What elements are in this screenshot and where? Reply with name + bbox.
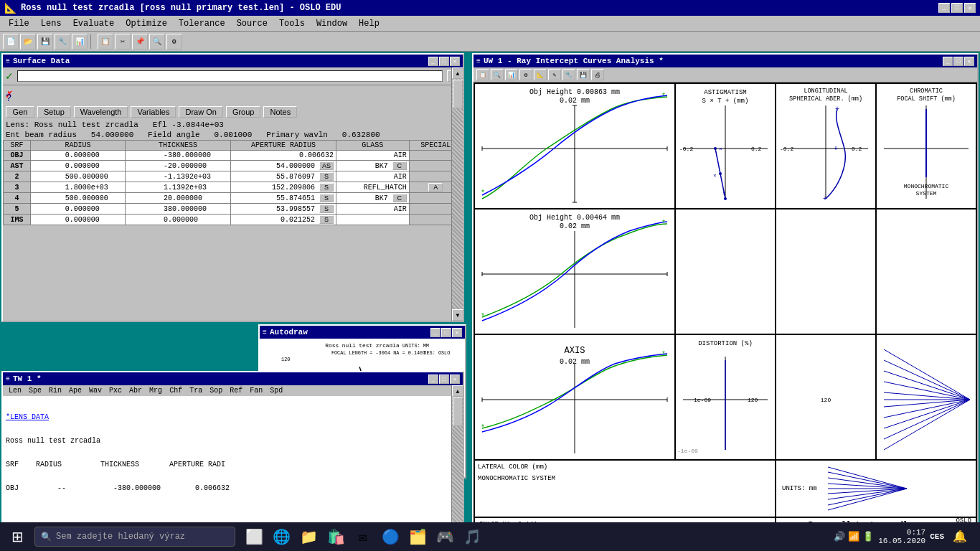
radius-5-input[interactable] bbox=[65, 205, 123, 213]
toolbar-btn9[interactable]: 🔍 bbox=[149, 34, 165, 50]
scroll-down-btn[interactable]: ▼ bbox=[452, 309, 463, 321]
radius-obj-input[interactable] bbox=[65, 151, 123, 159]
toolbar-open[interactable]: 📂 bbox=[20, 34, 36, 50]
c-btn-4[interactable]: C bbox=[392, 194, 407, 202]
menu-window[interactable]: Window bbox=[311, 17, 353, 30]
tab-len[interactable]: Len bbox=[6, 387, 24, 395]
s-btn-4[interactable]: S bbox=[319, 194, 334, 202]
scroll-thumb[interactable] bbox=[453, 80, 463, 108]
as-btn[interactable]: AS bbox=[319, 161, 334, 170]
menu-tools[interactable]: Tools bbox=[273, 17, 311, 30]
toolbar-btn7[interactable]: ✂ bbox=[115, 34, 131, 50]
ray-tb-btn1[interactable]: 📋 bbox=[476, 69, 489, 80]
tab-wav[interactable]: Wav bbox=[86, 387, 105, 395]
minimize-button[interactable]: _ bbox=[938, 3, 950, 13]
draw-on-button[interactable]: Draw On bbox=[179, 106, 222, 118]
taskbar-task-view[interactable]: ⬜ bbox=[241, 524, 267, 550]
start-button[interactable]: ⊞ bbox=[3, 524, 32, 550]
thick-4-input[interactable] bbox=[164, 194, 228, 202]
toolbar-btn4[interactable]: 🔧 bbox=[55, 34, 70, 50]
tab-ape[interactable]: Ape bbox=[66, 387, 85, 395]
radius-ast-input[interactable] bbox=[65, 162, 123, 170]
thick-ast-input[interactable] bbox=[164, 162, 228, 170]
tab-abr[interactable]: Abr bbox=[126, 387, 145, 395]
taskbar-mail[interactable]: ✉️ bbox=[350, 524, 376, 550]
s-btn-ims[interactable]: S bbox=[319, 215, 334, 224]
menu-tolerance[interactable]: Tolerance bbox=[173, 17, 231, 30]
autodraw-maximize-btn[interactable]: □ bbox=[441, 328, 451, 337]
s-btn-2[interactable]: S bbox=[319, 172, 334, 181]
autodraw-close-btn[interactable]: ✕ bbox=[452, 328, 462, 337]
setup-button[interactable]: Setup bbox=[37, 106, 71, 118]
toolbar-btn6[interactable]: 📋 bbox=[98, 34, 113, 50]
radius-3-input[interactable] bbox=[65, 184, 123, 192]
menu-optimize[interactable]: Optimize bbox=[120, 17, 173, 30]
tab-fan[interactable]: Fan bbox=[247, 387, 265, 395]
taskbar-app8[interactable]: 🎮 bbox=[432, 524, 458, 550]
radius-4-input[interactable] bbox=[65, 194, 123, 202]
ray-tb-btn8[interactable]: 💾 bbox=[577, 69, 590, 80]
ray-minimize-btn[interactable]: _ bbox=[943, 57, 953, 66]
tab-chf[interactable]: Chf bbox=[166, 387, 185, 395]
wavelength-button[interactable]: Wavelength bbox=[74, 106, 128, 118]
taskbar-explorer[interactable]: 📁 bbox=[296, 524, 321, 550]
ray-maximize-btn[interactable]: □ bbox=[953, 57, 963, 66]
tw1-close-btn[interactable]: ✕ bbox=[450, 375, 460, 384]
thick-ims-input[interactable] bbox=[164, 216, 228, 224]
scroll-up-btn[interactable]: ▲ bbox=[452, 67, 463, 79]
toolbar-save[interactable]: 💾 bbox=[37, 34, 53, 50]
thick-obj[interactable] bbox=[125, 151, 230, 161]
q-symbol[interactable]: ? bbox=[6, 93, 463, 104]
radius-ims-input[interactable] bbox=[65, 216, 123, 224]
thick-4[interactable] bbox=[125, 193, 230, 204]
menu-evaluate[interactable]: Evaluate bbox=[67, 17, 121, 30]
surface-minimize-btn[interactable]: _ bbox=[428, 57, 438, 66]
toolbar-btn8[interactable]: 📌 bbox=[132, 34, 148, 50]
ray-tb-btn2[interactable]: 🔍 bbox=[491, 69, 504, 80]
ray-tb-btn7[interactable]: 🔧 bbox=[562, 69, 575, 80]
surface-maximize-btn[interactable]: □ bbox=[439, 57, 449, 66]
thick-5[interactable] bbox=[125, 204, 230, 215]
a-btn[interactable]: A bbox=[428, 183, 443, 192]
autodraw-minimize-btn[interactable]: _ bbox=[430, 328, 440, 337]
toolbar-btn10[interactable]: ⚙ bbox=[166, 34, 182, 50]
lens-data-link[interactable]: *LENS DATA bbox=[6, 413, 49, 421]
menu-source[interactable]: Source bbox=[231, 17, 273, 30]
tab-mrg[interactable]: Mrg bbox=[146, 387, 165, 395]
radius-obj[interactable] bbox=[30, 151, 125, 161]
menu-lens[interactable]: Lens bbox=[35, 17, 67, 30]
menu-file[interactable]: File bbox=[3, 17, 35, 30]
radius-4[interactable] bbox=[30, 193, 125, 204]
ray-tb-btn4[interactable]: ⚙ bbox=[519, 69, 532, 80]
taskbar-app9[interactable]: 🎵 bbox=[459, 524, 485, 550]
tw1-minimize-btn[interactable]: _ bbox=[428, 375, 438, 384]
thick-3-input[interactable] bbox=[164, 184, 228, 192]
notification-button[interactable]: 🔔 bbox=[948, 524, 971, 550]
thick-obj-input[interactable] bbox=[164, 151, 228, 159]
check-symbol[interactable]: ✓ bbox=[6, 69, 13, 83]
tab-pxc[interactable]: Pxc bbox=[106, 387, 125, 395]
gen-button[interactable]: Gen bbox=[6, 106, 34, 118]
thick-2-input[interactable] bbox=[164, 173, 228, 181]
tab-sop[interactable]: Sop bbox=[207, 387, 225, 395]
ray-close-btn[interactable]: ✕ bbox=[964, 57, 974, 66]
notes-button[interactable]: Notes bbox=[263, 106, 297, 118]
tab-spe[interactable]: Spe bbox=[26, 387, 44, 395]
search-box[interactable]: 🔍 Sem zadejte hledaný výraz bbox=[34, 527, 235, 547]
ray-tb-btn9[interactable]: 🖨 bbox=[591, 69, 604, 80]
tab-tra[interactable]: Tra bbox=[187, 387, 205, 395]
radius-ims[interactable] bbox=[30, 215, 125, 225]
taskbar-calc[interactable]: 🗂️ bbox=[405, 524, 430, 550]
group-button[interactable]: Group bbox=[226, 106, 261, 118]
toolbar-btn5[interactable]: 📊 bbox=[72, 34, 88, 50]
taskbar-chrome[interactable]: 🔵 bbox=[377, 524, 403, 550]
thick-5-input[interactable] bbox=[164, 205, 228, 213]
tw1-scroll-up[interactable]: ▲ bbox=[452, 385, 463, 397]
radius-2[interactable] bbox=[30, 171, 125, 182]
taskbar-store[interactable]: 🛍️ bbox=[323, 524, 349, 550]
surface-close-btn[interactable]: ✕ bbox=[450, 57, 460, 66]
ray-tb-btn3[interactable]: 📊 bbox=[505, 69, 518, 80]
tab-rin[interactable]: Rin bbox=[46, 387, 65, 395]
s-btn-5[interactable]: S bbox=[319, 204, 334, 213]
thick-2[interactable] bbox=[125, 171, 230, 182]
